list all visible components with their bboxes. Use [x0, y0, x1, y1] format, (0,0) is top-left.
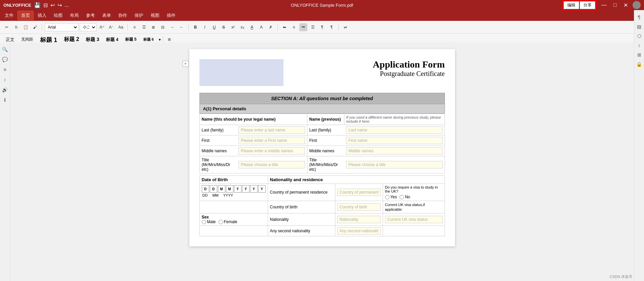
- window-btn[interactable]: ⊟: [43, 2, 48, 8]
- superscript-btn[interactable]: x²: [229, 23, 237, 31]
- nationality-input[interactable]: [337, 216, 381, 223]
- visa-no-option[interactable]: No: [400, 195, 410, 199]
- dob-y3[interactable]: Y: [250, 185, 258, 193]
- dob-y4[interactable]: Y: [258, 185, 266, 193]
- indent-btn[interactable]: →: [168, 23, 176, 31]
- last-name-2-cell[interactable]: [344, 125, 445, 135]
- sex-male-radio[interactable]: [202, 220, 206, 224]
- font-shrink-btn[interactable]: A⁻: [107, 23, 115, 31]
- menu-item-collab[interactable]: 协作: [115, 11, 130, 20]
- first-name-1-cell[interactable]: [236, 135, 307, 146]
- subscript-btn[interactable]: x₂: [238, 23, 247, 31]
- grid-icon[interactable]: ⊞: [636, 51, 643, 58]
- menu-item-insert[interactable]: 插入: [34, 11, 50, 20]
- spacing-icon[interactable]: ↕: [636, 42, 643, 49]
- visa-yes-option[interactable]: Yes: [385, 195, 397, 199]
- magic-btn[interactable]: ⇌: [341, 23, 349, 31]
- sex-female-radio[interactable]: [219, 220, 223, 224]
- title-input-2[interactable]: [346, 161, 443, 168]
- highlight-btn[interactable]: A̲: [248, 23, 256, 31]
- list-btn3[interactable]: ≣: [149, 23, 157, 31]
- cut-btn[interactable]: ✂: [3, 23, 11, 31]
- sex-male-option[interactable]: Male: [202, 219, 216, 224]
- menu-item-ref[interactable]: 参考: [83, 11, 98, 20]
- align-right-btn[interactable]: ⮕: [299, 23, 307, 31]
- middle-input-2[interactable]: [346, 147, 443, 155]
- ltr-btn[interactable]: ¶: [328, 23, 336, 31]
- first-name-input-2[interactable]: [346, 137, 443, 144]
- add-block-btn[interactable]: +: [183, 61, 189, 67]
- align-justify-btn[interactable]: ☰: [309, 23, 317, 31]
- paragraph-marks-icon[interactable]: ¶: [636, 13, 643, 21]
- menu-item-form[interactable]: 表单: [99, 11, 114, 20]
- info-icon[interactable]: ℹ: [1, 96, 9, 104]
- dob-y1[interactable]: Y: [234, 185, 241, 193]
- menu-item-protect[interactable]: 保护: [131, 11, 147, 20]
- case-btn[interactable]: Aa: [117, 23, 125, 31]
- rtl-btn[interactable]: ¶: [318, 23, 326, 31]
- menu-item-layout[interactable]: 布局: [67, 11, 82, 20]
- last-name-input-2[interactable]: [346, 126, 443, 134]
- country-birth-input-cell[interactable]: [335, 201, 383, 213]
- middle-1-cell[interactable]: [236, 146, 307, 156]
- shapes-icon[interactable]: ⬡: [636, 32, 643, 40]
- dob-m1[interactable]: M: [218, 185, 225, 193]
- dob-y2[interactable]: Y: [242, 185, 250, 193]
- second-nationality-input[interactable]: [337, 227, 381, 235]
- more-btn[interactable]: ...: [65, 2, 69, 8]
- title-1-cell[interactable]: [236, 156, 307, 173]
- clear-format-btn[interactable]: ✗: [267, 23, 275, 31]
- plugins-icon[interactable]: ↕: [1, 76, 9, 83]
- comment-icon[interactable]: 💬: [1, 56, 9, 63]
- font-family-select[interactable]: Arial: [45, 23, 78, 31]
- menu-item-view[interactable]: 视图: [147, 11, 163, 20]
- copy-btn[interactable]: ⎘: [12, 23, 20, 31]
- table-icon[interactable]: ▤: [636, 23, 643, 30]
- styles-dropdown-btn[interactable]: ▾: [159, 37, 161, 42]
- align-left-btn[interactable]: ⬅: [280, 23, 289, 31]
- maximize-btn[interactable]: □: [611, 1, 619, 9]
- uk-visa-status-input[interactable]: [385, 216, 443, 223]
- format-painter-btn[interactable]: 🖌: [31, 23, 39, 31]
- edit-button[interactable]: 编辑: [564, 1, 579, 9]
- fontcolor-btn[interactable]: A: [257, 23, 265, 31]
- list-btn1[interactable]: ≡: [130, 23, 139, 31]
- visa-yes-radio[interactable]: [385, 195, 389, 199]
- underline-btn[interactable]: U: [210, 23, 218, 31]
- audio-icon[interactable]: 🔊: [1, 86, 9, 93]
- headings-icon[interactable]: ≡: [1, 66, 9, 73]
- middle-2-cell[interactable]: [344, 146, 445, 156]
- title-2-cell[interactable]: [344, 156, 445, 173]
- menu-item-plugin[interactable]: 插件: [163, 11, 179, 20]
- share-button[interactable]: 分享: [580, 1, 595, 9]
- country-birth-input[interactable]: [337, 203, 381, 211]
- first-name-2-cell[interactable]: [344, 135, 445, 146]
- close-btn[interactable]: ✕: [621, 1, 630, 9]
- sex-female-option[interactable]: Female: [219, 219, 237, 224]
- title-input-1[interactable]: [238, 161, 305, 168]
- align-center-btn[interactable]: ≡: [290, 23, 298, 31]
- dob-d1[interactable]: D: [202, 185, 209, 193]
- redo-btn[interactable]: ↪: [58, 2, 62, 8]
- font-size-select[interactable]: 小二: [80, 23, 97, 31]
- paste-btn[interactable]: 📋: [22, 23, 30, 31]
- menu-item-home[interactable]: 首页: [17, 11, 34, 20]
- country-perm-input[interactable]: [337, 189, 381, 196]
- italic-btn[interactable]: I: [201, 23, 209, 31]
- first-name-input-1[interactable]: [238, 137, 305, 144]
- dob-d2[interactable]: D: [210, 185, 217, 193]
- menu-item-draw[interactable]: 绘图: [50, 11, 66, 20]
- middle-input-1[interactable]: [238, 147, 305, 155]
- font-grow-btn[interactable]: A⁺: [98, 23, 106, 31]
- menu-item-file[interactable]: 文件: [1, 11, 17, 20]
- undo-btn[interactable]: ↩: [50, 2, 55, 8]
- list-btn2[interactable]: ☰: [140, 23, 148, 31]
- save-btn[interactable]: 💾: [34, 2, 41, 8]
- bold-btn[interactable]: B: [191, 23, 199, 31]
- last-name-input-1[interactable]: [238, 126, 305, 134]
- last-name-1-cell[interactable]: [236, 125, 307, 135]
- minimize-btn[interactable]: —: [599, 1, 609, 9]
- uk-visa-status-input-cell[interactable]: [383, 213, 445, 226]
- list-btn4[interactable]: ⊟: [159, 23, 167, 31]
- country-perm-input-cell[interactable]: [335, 184, 383, 201]
